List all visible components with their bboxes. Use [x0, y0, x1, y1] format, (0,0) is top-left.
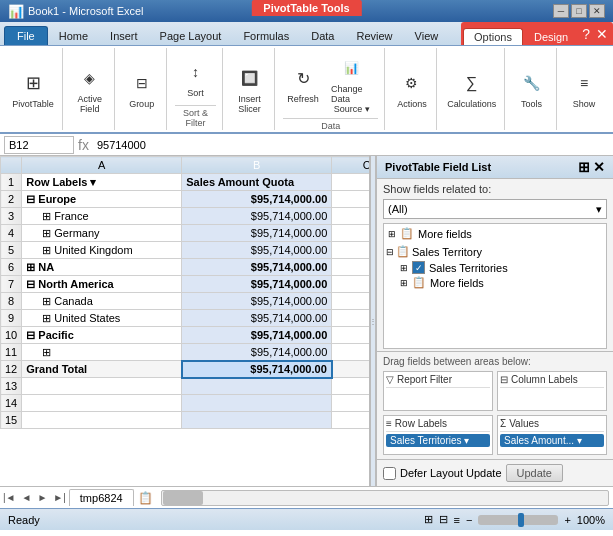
cell-a15[interactable] — [22, 412, 182, 429]
tab-options[interactable]: Options — [463, 28, 523, 45]
cell-b6[interactable]: $95,714,000.00 — [182, 259, 332, 276]
pf-layout-icon[interactable]: ⊞ — [578, 159, 590, 175]
cell-a7[interactable]: ⊟ North America — [22, 276, 182, 293]
pf-more-fields-2[interactable]: ⊞ 📋 More fields — [386, 275, 604, 290]
sheet-nav-first[interactable]: |◄ — [0, 492, 19, 503]
col-c-header[interactable]: C — [332, 157, 370, 174]
sheet-nav-next[interactable]: ► — [34, 492, 50, 503]
calculations-btn[interactable]: ∑ Calculations — [441, 65, 502, 113]
cell-a1[interactable]: Row Labels ▾ — [22, 174, 182, 191]
ribbon-close-icon[interactable]: ✕ — [593, 26, 611, 42]
cell-b5[interactable]: $95,714,000.00 — [182, 242, 332, 259]
pf-sales-territory-header[interactable]: ⊟ 📋 Sales Territory — [386, 243, 604, 260]
tab-data[interactable]: Data — [300, 26, 345, 45]
activefield-btn[interactable]: ◈ Active Field — [70, 60, 110, 118]
group-btn[interactable]: ⊟ Group — [122, 65, 162, 113]
pf-sales-territories-checkbox[interactable]: ✓ — [412, 261, 425, 274]
horizontal-scrollbar[interactable] — [161, 490, 609, 506]
tab-review[interactable]: Review — [345, 26, 403, 45]
cell-a3[interactable]: ⊞ France — [22, 208, 182, 225]
tab-page-layout[interactable]: Page Layout — [149, 26, 233, 45]
col-a-header[interactable]: A — [22, 157, 182, 174]
cell-c2[interactable] — [332, 191, 370, 208]
cell-c14[interactable] — [332, 395, 370, 412]
cell-b13[interactable] — [182, 378, 332, 395]
pf-more-fields-1[interactable]: ⊞ 📋 More fields — [386, 226, 604, 241]
pf-close-icon[interactable]: ✕ — [593, 159, 605, 175]
tools-btn[interactable]: 🔧 Tools — [512, 65, 552, 113]
cell-a12[interactable]: Grand Total — [22, 361, 182, 378]
change-source-btn[interactable]: 📊 Change Data Source ▾ — [325, 50, 378, 118]
cell-c10[interactable] — [332, 327, 370, 344]
cell-c7[interactable] — [332, 276, 370, 293]
pf-sales-territories-item[interactable]: ⊞ ✓ Sales Territories — [386, 260, 604, 275]
cell-b10[interactable]: $95,714,000.00 — [182, 327, 332, 344]
zoom-in-icon[interactable]: + — [564, 514, 570, 526]
slicer-btn[interactable]: 🔲 Insert Slicer — [230, 60, 270, 118]
cell-a10[interactable]: ⊟ Pacific — [22, 327, 182, 344]
tab-view[interactable]: View — [404, 26, 450, 45]
sort-btn[interactable]: ↕ Sort — [176, 54, 216, 102]
pf-all-dropdown[interactable]: (All) ▾ — [383, 199, 607, 219]
sales-amount-chip[interactable]: Sales Amount... ▾ — [500, 434, 604, 447]
zoom-out-icon[interactable]: − — [466, 514, 472, 526]
cell-c1[interactable] — [332, 174, 370, 191]
normal-view-icon[interactable]: ⊞ — [424, 513, 433, 526]
cell-a5[interactable]: ⊞ United Kingdom — [22, 242, 182, 259]
col-b-header[interactable]: B — [182, 157, 332, 174]
cell-b11[interactable]: $95,714,000.00 — [182, 344, 332, 361]
cell-a2[interactable]: ⊟ Europe — [22, 191, 182, 208]
cell-c11[interactable] — [332, 344, 370, 361]
cell-b2[interactable]: $95,714,000.00 — [182, 191, 332, 208]
cell-b4[interactable]: $95,714,000.00 — [182, 225, 332, 242]
cell-c6[interactable] — [332, 259, 370, 276]
cell-a8[interactable]: ⊞ Canada — [22, 293, 182, 310]
cell-a11[interactable]: ⊞ — [22, 344, 182, 361]
minimize-btn[interactable]: ─ — [553, 4, 569, 18]
page-layout-icon[interactable]: ⊟ — [439, 513, 448, 526]
tab-home[interactable]: Home — [48, 26, 99, 45]
sheet-nav-prev[interactable]: ◄ — [19, 492, 35, 503]
cell-a4[interactable]: ⊞ Germany — [22, 225, 182, 242]
ribbon-help-icon[interactable]: ? — [579, 26, 593, 42]
cell-b14[interactable] — [182, 395, 332, 412]
cell-c8[interactable] — [332, 293, 370, 310]
tab-file[interactable]: File — [4, 26, 48, 45]
defer-checkbox[interactable] — [383, 467, 396, 480]
cell-c5[interactable] — [332, 242, 370, 259]
sheet-nav-last[interactable]: ►| — [50, 492, 69, 503]
cell-b12[interactable]: $95,714,000.00 — [182, 361, 332, 378]
update-btn[interactable]: Update — [506, 464, 563, 482]
cell-a14[interactable] — [22, 395, 182, 412]
cell-c12[interactable] — [332, 361, 370, 378]
sales-territories-chip[interactable]: Sales Territories ▾ — [386, 434, 490, 447]
cell-a6[interactable]: ⊞ NA — [22, 259, 182, 276]
name-box[interactable] — [4, 136, 74, 154]
tab-design[interactable]: Design — [523, 28, 579, 45]
cell-c9[interactable] — [332, 310, 370, 327]
cell-c13[interactable] — [332, 378, 370, 395]
cell-b7[interactable]: $95,714,000.00 — [182, 276, 332, 293]
maximize-btn[interactable]: □ — [571, 4, 587, 18]
tab-insert[interactable]: Insert — [99, 26, 149, 45]
formula-input[interactable] — [93, 136, 609, 154]
sheet-tab-add-icon[interactable]: 📋 — [134, 491, 157, 505]
zoom-slider[interactable] — [478, 515, 558, 525]
cell-a13[interactable] — [22, 378, 182, 395]
refresh-btn[interactable]: ↻ Refresh — [283, 60, 323, 108]
show-btn[interactable]: ≡ Show — [564, 65, 604, 113]
sheet-tab-tmp6824[interactable]: tmp6824 — [69, 489, 134, 506]
pivottable-btn[interactable]: ⊞ PivotTable — [6, 65, 60, 113]
scroll-thumb[interactable] — [163, 491, 203, 505]
cell-c15[interactable] — [332, 412, 370, 429]
cell-a9[interactable]: ⊞ United States — [22, 310, 182, 327]
cell-b8[interactable]: $95,714,000.00 — [182, 293, 332, 310]
page-break-icon[interactable]: ≡ — [454, 514, 460, 526]
actions-btn[interactable]: ⚙ Actions — [391, 65, 433, 113]
cell-b9[interactable]: $95,714,000.00 — [182, 310, 332, 327]
zoom-thumb[interactable] — [518, 513, 524, 527]
cell-c4[interactable] — [332, 225, 370, 242]
cell-b3[interactable]: $95,714,000.00 — [182, 208, 332, 225]
cell-b15[interactable] — [182, 412, 332, 429]
close-btn[interactable]: ✕ — [589, 4, 605, 18]
